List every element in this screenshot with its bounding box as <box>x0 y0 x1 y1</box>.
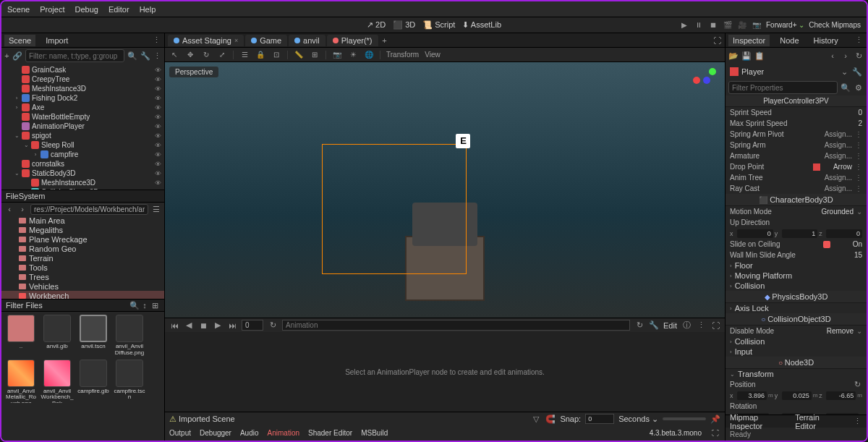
wall-angle-value[interactable]: 15 <box>833 251 862 259</box>
sprint-speed-value[interactable]: 0 <box>833 109 862 116</box>
ruler-icon[interactable]: 📏 <box>294 50 304 60</box>
motion-mode-value[interactable]: Grounded <box>822 208 854 216</box>
tree-node-cornstalks[interactable]: cornstalks👁 <box>1 159 164 169</box>
zoom-slider[interactable] <box>663 417 706 420</box>
list-icon[interactable]: ☰ <box>239 50 250 60</box>
gizmo-z-icon[interactable] <box>703 77 710 84</box>
tab-history[interactable]: History <box>809 35 843 46</box>
add-node-icon[interactable]: + <box>4 51 9 61</box>
mode-script[interactable]: 📜 Script <box>422 20 455 30</box>
insp-back-icon[interactable]: ‹ <box>827 51 838 61</box>
view-icon[interactable]: ⊞ <box>150 300 160 310</box>
tab-inspector[interactable]: Inspector <box>728 35 770 46</box>
spring-pivot-assign[interactable]: Assign... <box>825 130 852 138</box>
move-tool-icon[interactable]: ✥ <box>185 50 195 60</box>
viewport-projection-badge[interactable]: Perspective <box>169 67 218 77</box>
disable-mode-value[interactable]: Remove <box>825 327 854 335</box>
anim-more-icon[interactable]: ⋮ <box>696 320 706 331</box>
pause-icon[interactable]: ⏸ <box>694 20 704 30</box>
sort-icon[interactable]: ↕ <box>140 300 150 310</box>
thumb-anvil-anvil-workbench-bak[interactable]: anvil_Anvil Workbench_Bak <box>41 360 74 403</box>
anim-first-icon[interactable]: ⏮ <box>169 320 179 331</box>
pos-y[interactable]: 0.025 <box>782 391 812 400</box>
folder-vehicles[interactable]: Vehicles <box>1 281 164 291</box>
menu-debug[interactable]: Debug <box>75 5 98 14</box>
fold-input[interactable]: Input <box>735 347 752 356</box>
up-x[interactable]: 0 <box>737 229 773 238</box>
folder-list[interactable]: Main AreaMegalithsPlane WreckageRandom G… <box>1 216 164 299</box>
thumb-campfire-glb[interactable]: campfire.glb <box>77 360 110 403</box>
tree-node-meshinstance3d[interactable]: MeshInstance3D👁 <box>1 178 164 187</box>
collapse-icon[interactable]: ☰ <box>151 204 161 214</box>
anim-tree-assign[interactable]: Assign... <box>825 174 852 182</box>
gizmo-x-icon[interactable] <box>693 77 700 84</box>
select-tool-icon[interactable]: ↖ <box>169 50 179 60</box>
filter-search-icon[interactable]: 🔍 <box>841 82 851 93</box>
link-icon[interactable]: 🔗 <box>12 51 22 61</box>
tree-node-waterbottleempty[interactable]: WaterBottleEmpty👁 <box>1 112 164 122</box>
scale-tool-icon[interactable]: ⤢ <box>217 50 227 60</box>
fold-collision2[interactable]: Collision <box>735 337 765 346</box>
anim-prev-icon[interactable]: ◀ <box>184 320 194 331</box>
renderer-dropdown[interactable]: Forward+ ⌄ <box>766 21 804 29</box>
pin-icon[interactable]: 📌 <box>710 414 720 424</box>
property-filter-input[interactable] <box>728 81 838 94</box>
folder-random-geo[interactable]: Random Geo <box>1 244 164 253</box>
camera-tool-icon[interactable]: 📷 <box>332 50 342 60</box>
file-thumbnails[interactable]: ..anvil.glbanvil.tscnanvil_Anvil Diffuse… <box>1 312 164 441</box>
tab-msbuild[interactable]: MSBuild <box>361 429 388 437</box>
tree-node-animationplayer[interactable]: AnimationPlayer👁 <box>1 122 164 131</box>
search-files-icon[interactable]: 🔍 <box>129 300 140 310</box>
insp-save-icon[interactable]: 💾 <box>741 51 752 61</box>
anim-info-icon[interactable]: ⓘ <box>681 320 692 331</box>
thumb-anvil-anvil-diffuse-png[interactable]: anvil_Anvil Diffuse.png <box>113 315 146 357</box>
more-icon[interactable]: ⋮ <box>153 51 161 61</box>
inspected-node-name[interactable]: Player <box>741 67 764 76</box>
insp-open-icon[interactable]: 📂 <box>728 51 739 61</box>
insp-history-icon[interactable]: ↻ <box>854 51 864 61</box>
mode-assetlib[interactable]: ⬇ AssetLib <box>462 20 501 30</box>
tab-node[interactable]: Node <box>775 35 803 46</box>
folder-tools[interactable]: Tools <box>1 263 164 272</box>
bottom-expand-icon[interactable]: ⛶ <box>710 428 720 438</box>
env-icon[interactable]: 🌐 <box>364 50 374 60</box>
stop-icon[interactable]: ⏹ <box>708 20 718 30</box>
mode-2d[interactable]: ↗ 2D <box>367 20 386 30</box>
group-icon[interactable]: ⊡ <box>271 50 281 60</box>
pos-z[interactable]: -6.65 <box>826 391 856 400</box>
folder-plane-wreckage[interactable]: Plane Wreckage <box>1 234 164 244</box>
anim-play-icon[interactable]: ▶ <box>213 320 223 331</box>
search-icon[interactable]: 🔍 <box>127 51 137 61</box>
anim-autoplay-icon[interactable]: ↻ <box>634 320 644 331</box>
mode-3d[interactable]: ⬛ 3D <box>393 20 415 30</box>
folder-trees[interactable]: Trees <box>1 272 164 281</box>
gizmo-y-icon[interactable] <box>709 68 716 75</box>
anim-tool-icon[interactable]: 🔧 <box>649 320 659 331</box>
anim-edit-button[interactable]: Edit <box>663 321 677 330</box>
anim-expand-icon[interactable]: ⛶ <box>710 320 720 331</box>
rotate-tool-icon[interactable]: ↻ <box>201 50 211 60</box>
tree-node-spigot[interactable]: ⌄spigot👁 <box>1 131 164 140</box>
snap-icon[interactable]: ⊞ <box>310 50 320 60</box>
section-player-controller[interactable]: PlayerController3PV <box>726 95 867 107</box>
chevron-down-icon[interactable]: ⌄ <box>839 67 849 77</box>
slide-ceiling-checkbox[interactable] <box>823 241 830 248</box>
menu-editor[interactable]: Editor <box>109 5 129 14</box>
tab-debugger[interactable]: Debugger <box>200 429 231 437</box>
thumb--[interactable]: .. <box>4 315 38 357</box>
path-input[interactable] <box>30 204 148 215</box>
menu-scene[interactable]: Scene <box>7 5 30 14</box>
tree-node-creepytree[interactable]: CreepyTree👁 <box>1 75 164 84</box>
animation-select[interactable] <box>282 320 630 331</box>
lock-icon[interactable]: 🔒 <box>255 50 265 60</box>
tab-scene[interactable]: Scene <box>4 35 35 46</box>
section-collisionobject3d[interactable]: ○ CollisionObject3D <box>726 313 867 326</box>
scene-tab-player-[interactable]: Player(*) <box>327 35 378 46</box>
spring-arm-assign[interactable]: Assign... <box>825 141 852 149</box>
thumb-anvil-anvil-metallic-rough-png[interactable]: anvil_Anvil Metallic_Rough.png <box>4 360 38 403</box>
tree-node-sleep-roll[interactable]: ⌄Sleep Roll👁 <box>1 140 164 150</box>
camera-icon[interactable]: 📷 <box>752 20 762 30</box>
section-characterbody3d[interactable]: ⬛ CharacterBody3D <box>726 194 867 206</box>
scene-tab-game[interactable]: Game <box>245 35 287 46</box>
scene-tab-anvil[interactable]: anvil <box>289 35 326 46</box>
